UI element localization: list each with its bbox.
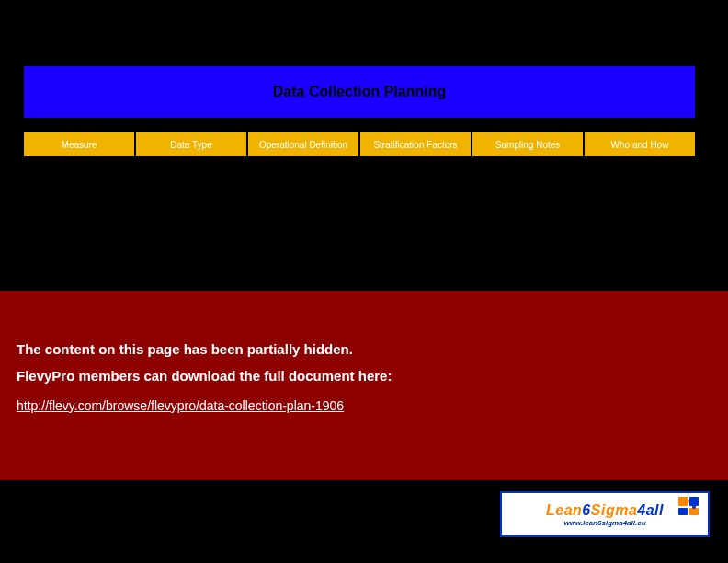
brand-logo: Lean6Sigma4all www.lean6sigma4all.eu <box>500 491 710 537</box>
content-hidden-overlay: The content on this page has been partia… <box>0 291 728 480</box>
slide-title-banner: Data Collection Planning <box>24 66 695 118</box>
logo-url: www.lean6sigma4all.eu <box>563 519 645 527</box>
slide-title: Data Collection Planning <box>273 84 446 100</box>
svg-point-5 <box>692 505 696 509</box>
svg-rect-3 <box>689 508 699 515</box>
column-header-sampling: Sampling Notes <box>472 132 583 156</box>
overlay-message-2: FlevyPro members can download the full d… <box>17 363 711 390</box>
column-header-strat: Stratification Factors <box>360 132 471 156</box>
column-header-opdef: Operational Definition <box>248 132 358 156</box>
download-link[interactable]: http://flevy.com/browse/flevypro/data-co… <box>17 398 344 413</box>
logo-text: Lean6Sigma4all <box>546 502 664 519</box>
column-header-whohow: Who and How <box>585 132 695 156</box>
svg-point-4 <box>686 500 689 503</box>
svg-rect-2 <box>678 508 688 515</box>
column-header-datatype: Data Type <box>136 132 246 156</box>
puzzle-icon <box>677 495 704 517</box>
overlay-message-1: The content on this page has been partia… <box>17 337 711 363</box>
table-column-headers: Measure Data Type Operational Definition… <box>24 132 695 156</box>
column-header-measure: Measure <box>24 132 134 156</box>
svg-rect-1 <box>689 497 699 506</box>
